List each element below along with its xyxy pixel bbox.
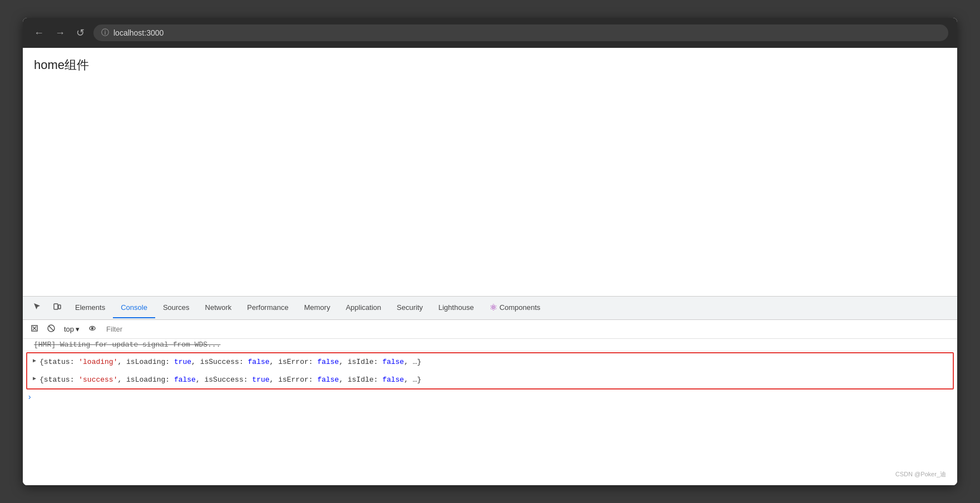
- tab-performance[interactable]: Performance: [239, 298, 296, 318]
- svg-point-8: [92, 328, 93, 329]
- filter-input[interactable]: [102, 323, 953, 335]
- expand-arrow-1[interactable]: ▶: [33, 357, 36, 365]
- log-text-2: {status: 'success', isLoading: false, is…: [39, 374, 422, 386]
- svg-rect-1: [58, 305, 61, 309]
- log-text-1: {status: 'loading', isLoading: true, isS…: [39, 357, 422, 368]
- context-selector[interactable]: top ▾: [61, 323, 83, 335]
- highlighted-log-box: ▶ {status: 'loading', isLoading: true, i…: [26, 352, 954, 389]
- console-toolbar: top ▾: [23, 320, 957, 339]
- log-entry-1: ▶ {status: 'loading', isLoading: true, i…: [27, 353, 953, 371]
- page-title: home组件: [34, 57, 946, 73]
- tab-network[interactable]: Network: [197, 298, 240, 318]
- tab-components[interactable]: ⚛ Components: [482, 297, 548, 319]
- eye-button[interactable]: [85, 322, 100, 336]
- tab-lighthouse[interactable]: Lighthouse: [430, 298, 482, 318]
- url-text: localhost:3000: [113, 28, 164, 37]
- toggle-device-toolbar-button[interactable]: [47, 298, 67, 319]
- browser-toolbar: ← → ↺ ⓘ localhost:3000: [23, 18, 957, 48]
- tab-security[interactable]: Security: [389, 298, 430, 318]
- context-label: top: [64, 325, 74, 333]
- console-cursor-line[interactable]: ›: [23, 391, 957, 404]
- cursor-indicator: ›: [27, 393, 32, 402]
- forward-button[interactable]: →: [53, 26, 67, 40]
- console-hmr-line: [HMR] Waiting for update signal from WDS…: [23, 339, 957, 351]
- back-button[interactable]: ←: [32, 26, 46, 40]
- reload-button[interactable]: ↺: [74, 26, 87, 40]
- hmr-text: [HMR] Waiting for update signal from WDS…: [34, 341, 220, 349]
- tab-console[interactable]: Console: [113, 298, 155, 318]
- devtools-panel: Elements Console Sources Network Perform…: [23, 296, 957, 485]
- info-icon: ⓘ: [101, 28, 109, 38]
- address-bar[interactable]: ⓘ localhost:3000: [93, 24, 948, 41]
- expand-arrow-2[interactable]: ▶: [33, 374, 36, 383]
- watermark: CSDN @Poker_迪: [895, 469, 946, 479]
- svg-line-6: [49, 326, 54, 331]
- tab-application[interactable]: Application: [338, 298, 389, 318]
- block-network-button[interactable]: [44, 322, 58, 336]
- inspect-element-button[interactable]: [27, 298, 47, 319]
- console-output: [HMR] Waiting for update signal from WDS…: [23, 339, 957, 485]
- devtools-tab-bar: Elements Console Sources Network Perform…: [23, 297, 957, 320]
- svg-rect-0: [54, 304, 58, 309]
- log-entry-2: ▶ {status: 'success', isLoading: false, …: [27, 371, 953, 389]
- tab-elements[interactable]: Elements: [67, 298, 113, 318]
- clear-console-button[interactable]: [27, 322, 42, 336]
- chevron-down-icon: ▾: [76, 325, 80, 333]
- tab-sources[interactable]: Sources: [155, 298, 197, 318]
- tab-memory[interactable]: Memory: [296, 298, 338, 318]
- page-viewport: home组件: [23, 48, 957, 296]
